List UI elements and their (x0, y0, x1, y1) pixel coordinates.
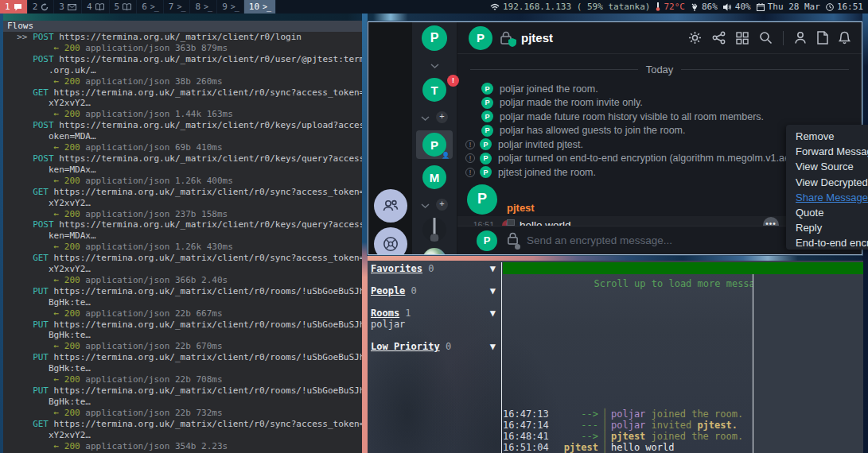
terminal-icon: >_ (263, 2, 271, 12)
dm-person-badge-icon: 👤 (442, 152, 450, 159)
buffer-item[interactable]: poljar (371, 319, 497, 330)
files-icon[interactable] (817, 31, 828, 45)
message-context-menu: RemoveForward MessageView SourceView Dec… (786, 125, 868, 250)
terminal-icon: >_ (150, 2, 158, 12)
message-options-button[interactable]: ••• (763, 217, 779, 226)
workspace-button-3[interactable]: 3 (54, 0, 82, 14)
flow-row[interactable]: GET https://termina.org.uk/_matrix/clien… (6, 419, 362, 452)
flow-row[interactable]: GET https://termina.org.uk/_matrix/clien… (6, 253, 362, 286)
flow-row[interactable]: POST https://termina.org.uk/_matrix/clie… (6, 219, 362, 253)
flow-response-line: ← 200 application/json 22b 670ms (6, 341, 362, 352)
flow-request-line: >> POST https://termina.org.uk/_matrix/c… (6, 32, 362, 43)
user-avatar[interactable]: P (422, 25, 447, 51)
flow-row[interactable]: >> POST https://termina.org.uk/_matrix/c… (6, 32, 362, 54)
context-menu-item[interactable]: Share Message (796, 190, 868, 205)
share-icon[interactable] (712, 31, 726, 45)
workspace-button-1[interactable]: 1 (0, 0, 28, 14)
flow-list: >> POST https://termina.org.uk/_matrix/c… (3, 32, 362, 451)
flow-row[interactable]: PUT https://termina.org.uk/_matrix/clien… (6, 319, 362, 353)
flow-row[interactable]: PUT https://termina.org.uk/_matrix/clien… (6, 286, 362, 319)
collapse-triangle-icon[interactable]: ▼ (490, 285, 496, 296)
flow-url-wrap-line: xY2xvY2… (6, 264, 362, 275)
collapse-triangle-icon[interactable]: ▼ (490, 263, 496, 274)
room-section-header: + (421, 110, 448, 124)
flow-row[interactable]: GET https://termina.org.uk/_matrix/clien… (6, 87, 362, 121)
flow-request-line: PUT https://termina.org.uk/_matrix/clien… (6, 352, 362, 363)
room-avatar-selected[interactable]: P👤 (416, 130, 453, 159)
flow-url-wrap-line: xY2xvY2… (6, 98, 362, 109)
buffer-group[interactable]: Favorites 0▼ (371, 263, 497, 274)
flow-response-line: ← 200 application/json 354b 2.23s (6, 441, 362, 452)
context-menu-item[interactable]: View Decrypted Source (796, 175, 868, 190)
buffer-group-header[interactable]: Low Priority 0▼ (371, 341, 497, 352)
apps-grid-icon[interactable] (736, 32, 749, 45)
room-header: P pjtest (457, 22, 862, 54)
mitmproxy-terminal[interactable]: Flows >> POST https://termina.org.uk/_ma… (3, 21, 362, 453)
divider-line (681, 69, 849, 70)
buffer-group-header[interactable]: Favorites 0▼ (371, 263, 497, 274)
add-room-button[interactable]: + (436, 199, 448, 211)
buffer-group[interactable]: Rooms 1▼poljar (371, 308, 497, 330)
flow-url-wrap-line: ken=MDAx… (6, 165, 362, 176)
weechat-terminal[interactable]: Favorites 0▼People 0▼Rooms 1▼poljarLow P… (368, 261, 863, 453)
room-avatar-item[interactable] (422, 218, 446, 242)
context-menu-item[interactable]: View Source (796, 159, 868, 174)
clock-icon (826, 3, 834, 11)
collapse-triangle-icon[interactable]: ▼ (490, 308, 496, 319)
chat-log-line: 16:51:04pjtest│hello world (503, 442, 753, 453)
workspace-button-8[interactable]: 8>_ (190, 0, 217, 14)
notifications-bell-icon[interactable] (839, 31, 850, 45)
room-avatar-item[interactable]: M (422, 165, 446, 189)
workspace-button-10[interactable]: 10>_ (244, 0, 276, 14)
flow-url-wrap-line: ken=MDAx… (6, 230, 362, 242)
flow-response-line: ← 200 application/json 22b 667ms (6, 308, 362, 319)
buffer-group[interactable]: Low Priority 0▼ (371, 341, 497, 352)
clock-status: 16:51 (826, 2, 863, 12)
sender-avatar[interactable]: P (467, 184, 497, 215)
section-collapse-chevron-icon[interactable] (421, 197, 430, 211)
workspace-button-4[interactable]: 4 (82, 0, 110, 14)
section-collapse-chevron-icon[interactable] (421, 110, 430, 124)
flow-request-line: GET https://termina.org.uk/_matrix/clien… (6, 187, 362, 198)
buffer-group-header[interactable]: Rooms 1▼ (371, 308, 497, 319)
context-menu-item[interactable]: Quote (796, 205, 868, 220)
search-icon[interactable] (759, 31, 773, 45)
context-menu-item[interactable]: Reply (796, 220, 868, 235)
members-icon[interactable] (794, 31, 807, 45)
start-chat-button[interactable] (374, 189, 407, 223)
sender-name[interactable]: pjtest (507, 202, 535, 215)
explore-button[interactable] (374, 227, 407, 255)
workspace-button-7[interactable]: 7>_ (164, 0, 191, 14)
workspace-list: 123456>_7>_8>_9>_10>_ (0, 0, 276, 14)
room-avatar[interactable]: P (469, 26, 492, 50)
section-collapse-chevron-icon[interactable] (430, 57, 439, 72)
buffer-group-header[interactable]: People 0▼ (371, 285, 497, 296)
chat-log-line: 16:47:13-->│poljar joined the room. (503, 408, 753, 420)
flow-response-line: ← 200 application/json 22b 732ms (6, 408, 362, 419)
room-avatar-item[interactable] (422, 248, 446, 255)
context-menu-item[interactable]: Remove (796, 129, 868, 144)
flow-row[interactable]: PUT https://termina.org.uk/_matrix/clien… (6, 352, 362, 385)
context-menu-item[interactable]: Forward Message (796, 144, 868, 159)
flow-row[interactable]: POST https://termina.org.uk/_matrix/clie… (6, 54, 362, 87)
workspace-button-9[interactable]: 9>_ (217, 0, 244, 14)
unencrypted-warning-icon: ! (465, 140, 475, 149)
flow-row[interactable]: GET https://termina.org.uk/_matrix/clien… (6, 187, 362, 220)
context-menu-item[interactable]: End-to-end encryption information (796, 235, 868, 250)
flow-row[interactable]: PUT https://termina.org.uk/_matrix/clien… (6, 385, 362, 419)
add-room-button[interactable]: + (436, 111, 448, 123)
workspace-button-5[interactable]: 5 (110, 0, 138, 14)
buffer-title-bar (503, 262, 863, 274)
terminal-icon: >_ (177, 2, 185, 12)
settings-gear-icon[interactable] (688, 31, 702, 45)
flow-row[interactable]: POST https://termina.org.uk/_matrix/clie… (6, 120, 362, 153)
buffer-group[interactable]: People 0▼ (371, 285, 497, 296)
flow-request-line: POST https://termina.org.uk/_matrix/clie… (6, 54, 362, 65)
state-event-row: Ppoljar joined the room. (457, 82, 862, 96)
workspace-button-6[interactable]: 6>_ (137, 0, 164, 14)
workspace-button-2[interactable]: 2 (28, 0, 55, 14)
wallpaper-strip-band (368, 254, 868, 261)
room-avatar-item[interactable]: T! (422, 78, 446, 102)
flow-row[interactable]: POST https://termina.org.uk/_matrix/clie… (6, 153, 362, 187)
collapse-triangle-icon[interactable]: ▼ (490, 341, 496, 352)
